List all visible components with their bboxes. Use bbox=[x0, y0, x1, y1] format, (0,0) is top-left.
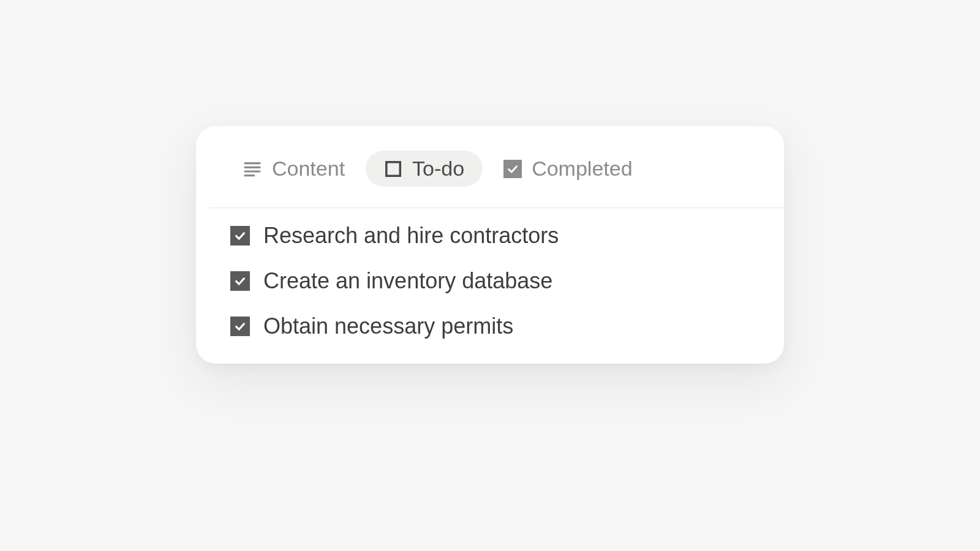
checkbox-checked-icon bbox=[503, 160, 522, 178]
task-list: Research and hire contractors Create an … bbox=[196, 208, 784, 339]
list-item[interactable]: Obtain necessary permits bbox=[230, 313, 750, 339]
checkbox-checked-icon[interactable] bbox=[230, 317, 250, 336]
checkbox-empty-icon bbox=[384, 160, 402, 178]
tab-label: Content bbox=[272, 157, 345, 181]
task-label: Research and hire contractors bbox=[263, 223, 559, 249]
task-label: Obtain necessary permits bbox=[263, 313, 513, 339]
list-item[interactable]: Research and hire contractors bbox=[230, 223, 750, 249]
tab-content[interactable]: Content bbox=[243, 157, 345, 181]
task-label: Create an inventory database bbox=[263, 268, 552, 294]
tab-label: Completed bbox=[532, 157, 632, 181]
tab-todo[interactable]: To-do bbox=[366, 151, 483, 187]
tabs-bar: Content To-do Completed bbox=[208, 151, 784, 208]
task-card: Content To-do Completed bbox=[196, 126, 784, 364]
tab-completed[interactable]: Completed bbox=[503, 157, 632, 181]
checkbox-checked-icon[interactable] bbox=[230, 226, 250, 246]
tab-label: To-do bbox=[412, 157, 464, 181]
svg-rect-4 bbox=[386, 162, 401, 176]
list-item[interactable]: Create an inventory database bbox=[230, 268, 750, 294]
checkbox-checked-icon[interactable] bbox=[230, 271, 250, 291]
content-lines-icon bbox=[243, 159, 262, 179]
